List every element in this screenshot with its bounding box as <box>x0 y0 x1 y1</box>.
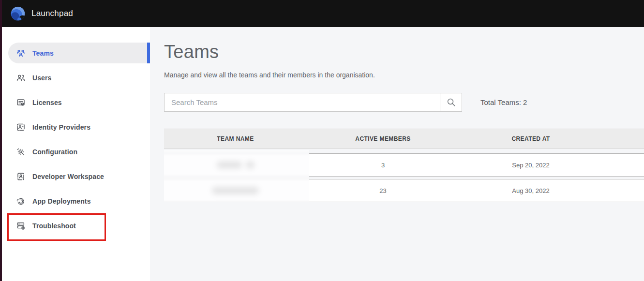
column-header-team-name[interactable]: TEAM NAME <box>164 135 307 142</box>
active-members-cell: 3 <box>307 162 459 169</box>
sidebar-item-label: App Deployments <box>32 197 91 205</box>
created-at-cell: Sep 20, 2022 <box>459 162 602 169</box>
total-teams-count: Total Teams: 2 <box>480 98 527 106</box>
column-header-active-members[interactable]: ACTIVE MEMBERS <box>307 135 459 142</box>
users-icon <box>16 73 26 83</box>
topbar: Launchpad <box>0 0 644 27</box>
troubleshoot-icon <box>16 221 26 231</box>
sidebar-item-developer-workspace[interactable]: Developer Workspace <box>2 166 150 187</box>
searchbox <box>164 93 462 112</box>
team-name-redacted <box>164 187 307 194</box>
search-button[interactable] <box>440 93 462 111</box>
configuration-icon <box>16 147 26 157</box>
sidebar-item-teams[interactable]: Teams <box>8 43 150 63</box>
redacted-text-blob <box>217 162 241 168</box>
active-members-cell: 23 <box>307 187 459 194</box>
column-header-created-at[interactable]: CREATED AT <box>459 135 602 142</box>
table-row[interactable]: 23 Aug 30, 2022 <box>164 179 644 202</box>
sidebar-nav: Teams Users <box>2 27 150 236</box>
identity-providers-icon <box>16 122 26 132</box>
sidebar-item-label: Developer Workspace <box>32 173 104 180</box>
page-subtitle: Manage and view all the teams and their … <box>164 71 644 79</box>
sidebar-item-label: Identity Providers <box>32 123 90 131</box>
sidebar-item-configuration[interactable]: Configuration <box>2 141 150 162</box>
sidebar-item-users[interactable]: Users <box>2 67 150 88</box>
sidebar-item-label: Licenses <box>32 99 62 106</box>
sidebar-item-troubleshoot[interactable]: Troubleshoot <box>2 215 150 236</box>
licenses-icon <box>16 98 26 107</box>
created-at-cell: Aug 30, 2022 <box>459 187 602 194</box>
app-deployments-icon <box>16 196 26 206</box>
redacted-text-blob <box>212 187 258 194</box>
app-title: Launchpad <box>31 9 73 18</box>
sidebar-item-label: Configuration <box>32 148 77 156</box>
table-header-row: TEAM NAME ACTIVE MEMBERS CREATED AT <box>164 129 644 149</box>
table-row[interactable]: 3 Sep 20, 2022 <box>164 153 644 177</box>
search-input[interactable] <box>165 93 440 111</box>
teams-table: TEAM NAME ACTIVE MEMBERS CREATED AT 3 Se… <box>164 129 644 202</box>
main-content: Teams Manage and view all the teams and … <box>150 27 644 281</box>
sidebar-item-identity-providers[interactable]: Identity Providers <box>2 117 150 137</box>
sidebar-item-app-deployments[interactable]: App Deployments <box>2 191 150 211</box>
sidebar-item-label: Teams <box>32 49 54 57</box>
teams-icon <box>16 48 26 58</box>
sidebar-item-licenses[interactable]: Licenses <box>2 92 150 113</box>
window-edge-strip <box>0 0 2 281</box>
table-body: 3 Sep 20, 2022 23 Aug 30, 2022 <box>164 153 644 202</box>
search-icon <box>446 97 456 107</box>
sidebar-item-label: Users <box>32 74 51 82</box>
redacted-text-blob <box>246 162 254 168</box>
page-title: Teams <box>164 42 644 62</box>
active-indicator-bar <box>147 43 150 63</box>
sidebar-item-label: Troubleshoot <box>32 222 76 230</box>
search-row: Total Teams: 2 <box>164 93 644 112</box>
developer-workspace-icon <box>16 172 26 181</box>
sidebar: Teams Users <box>2 27 150 281</box>
team-name-redacted <box>164 162 307 168</box>
launchpad-logo-icon <box>10 5 26 22</box>
